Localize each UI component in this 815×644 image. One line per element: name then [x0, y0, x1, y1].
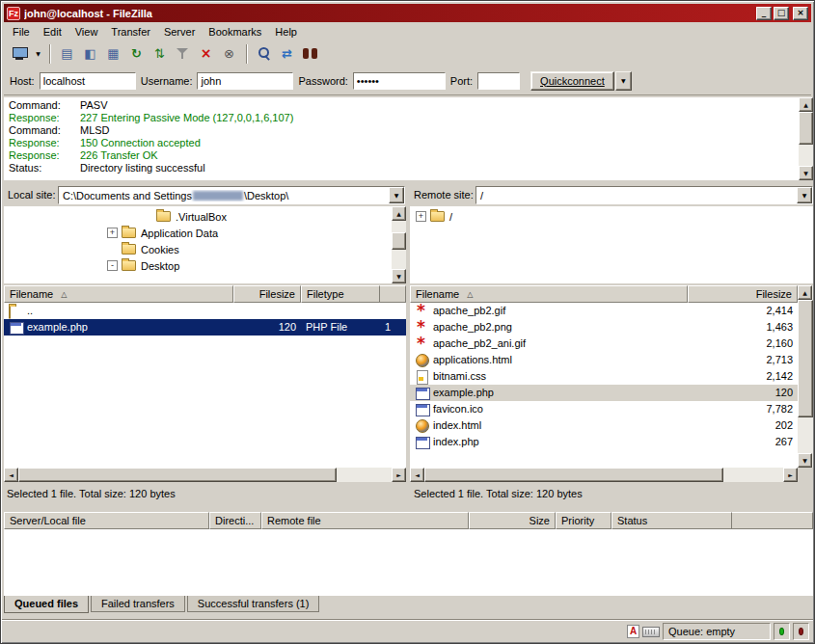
- scroll-down-button[interactable]: ▼: [798, 453, 812, 468]
- file-row[interactable]: bitnami.css2,142: [410, 368, 798, 385]
- tree-item[interactable]: +Application Data: [4, 225, 406, 241]
- column-header-filename[interactable]: Filename△: [410, 285, 688, 303]
- scroll-right-button[interactable]: ►: [783, 468, 798, 482]
- remote-list-hscrollbar[interactable]: ◄ ►: [410, 468, 798, 482]
- menu-edit[interactable]: Edit: [37, 24, 68, 40]
- titlebar[interactable]: Fz john@localhost - FileZilla _ □ ×: [4, 4, 811, 22]
- scroll-track[interactable]: [18, 468, 392, 482]
- toggle-tree-views-button[interactable]: ◧: [79, 43, 101, 65]
- directory-comparison-button[interactable]: [253, 43, 275, 65]
- column-header-priority[interactable]: Priority: [556, 512, 611, 529]
- parent-dir-row[interactable]: ..: [4, 303, 406, 319]
- maximize-button[interactable]: □: [774, 7, 789, 20]
- scroll-track[interactable]: [798, 300, 813, 453]
- transfer-type-icon[interactable]: A: [627, 625, 639, 638]
- toggle-log-button[interactable]: ▤: [56, 43, 78, 65]
- scroll-left-button[interactable]: ◄: [410, 468, 424, 482]
- expander-icon[interactable]: +: [416, 211, 426, 222]
- scroll-track[interactable]: [799, 112, 813, 166]
- expander-icon[interactable]: -: [107, 260, 118, 271]
- cancel-button[interactable]: ×: [195, 43, 217, 65]
- scroll-right-button[interactable]: ►: [392, 468, 406, 482]
- local-list-hscrollbar[interactable]: ◄ ►: [4, 468, 406, 482]
- username-input[interactable]: [197, 72, 293, 90]
- scroll-up-button[interactable]: ▲: [799, 97, 813, 112]
- menu-view[interactable]: View: [68, 24, 105, 40]
- log-label: Command:: [9, 124, 80, 137]
- scroll-thumb[interactable]: [799, 112, 813, 145]
- column-header-direction[interactable]: Directi...: [209, 512, 261, 529]
- tree-item[interactable]: +/: [410, 208, 813, 225]
- port-input[interactable]: [477, 72, 520, 90]
- remote-site-combobox[interactable]: / ▼: [475, 186, 813, 204]
- menu-help[interactable]: Help: [268, 24, 304, 40]
- menu-bookmarks[interactable]: Bookmarks: [202, 24, 268, 40]
- log-scrollbar[interactable]: ▲ ▼: [799, 97, 813, 180]
- minimize-button[interactable]: _: [756, 7, 772, 20]
- column-header-filesize[interactable]: Filesize: [688, 285, 798, 303]
- file-row[interactable]: apache_pb2.png1,463: [410, 319, 798, 335]
- column-header-filetype[interactable]: Filetype: [301, 285, 380, 303]
- file-row[interactable]: index.html202: [410, 417, 798, 434]
- log-line: Command:MLSD: [9, 124, 799, 137]
- site-manager-button[interactable]: [9, 43, 31, 65]
- disconnect-button[interactable]: ⊗: [218, 43, 240, 65]
- scroll-thumb[interactable]: [18, 468, 337, 482]
- find-files-button[interactable]: [299, 43, 321, 65]
- tree-item[interactable]: Cookies: [4, 241, 406, 257]
- expander-icon[interactable]: +: [107, 228, 118, 238]
- scroll-thumb[interactable]: [798, 300, 813, 417]
- combo-dropdown-button[interactable]: ▼: [389, 187, 404, 203]
- local-tree-scrollbar[interactable]: ▲ ▼: [392, 206, 406, 283]
- column-header-remote-file[interactable]: Remote file: [261, 512, 469, 529]
- refresh-button[interactable]: ↻: [125, 43, 148, 65]
- tab-successful-transfers[interactable]: Successful transfers (1): [187, 596, 320, 612]
- quickconnect-dropdown-button[interactable]: ▼: [615, 71, 632, 91]
- queue-list[interactable]: [4, 529, 813, 596]
- process-queue-button[interactable]: ⇅: [149, 43, 171, 65]
- remote-list-vscrollbar[interactable]: ▲ ▼: [798, 285, 813, 468]
- column-header-filesize[interactable]: Filesize: [233, 285, 301, 303]
- file-row-selected[interactable]: example.php120: [410, 385, 798, 401]
- scroll-down-button[interactable]: ▼: [799, 166, 813, 180]
- combo-dropdown-button[interactable]: ▼: [797, 187, 812, 203]
- scroll-track[interactable]: [424, 468, 783, 482]
- column-header-size[interactable]: Size: [469, 512, 556, 529]
- scroll-thumb[interactable]: [424, 468, 723, 482]
- close-button[interactable]: ×: [793, 7, 808, 20]
- toggle-queue-button[interactable]: ▦: [102, 43, 124, 65]
- scroll-left-button[interactable]: ◄: [4, 468, 18, 482]
- column-header-server-local-file[interactable]: Server/Local file: [4, 512, 209, 529]
- scroll-up-button[interactable]: ▲: [798, 285, 812, 300]
- host-input[interactable]: [40, 72, 136, 90]
- site-manager-dropdown-button[interactable]: ▼: [32, 43, 44, 65]
- scroll-track[interactable]: [392, 221, 406, 269]
- column-header-status[interactable]: Status: [611, 512, 732, 529]
- folder-icon: [122, 260, 136, 271]
- file-row[interactable]: applications.html2,713: [410, 352, 798, 368]
- filter-button[interactable]: [172, 43, 194, 65]
- tab-queued-files[interactable]: Queued files: [4, 596, 89, 613]
- file-row[interactable]: index.php267: [410, 434, 798, 450]
- synchronized-browsing-button[interactable]: ⇄: [276, 43, 298, 65]
- keyboard-icon[interactable]: [642, 627, 660, 637]
- file-row[interactable]: favicon.ico7,782: [410, 401, 798, 417]
- tree-item[interactable]: -Desktop: [4, 257, 406, 274]
- file-row[interactable]: apache_pb2.gif2,414: [410, 303, 798, 319]
- password-input[interactable]: [353, 72, 446, 90]
- local-site-combobox[interactable]: C:\Documents and Settings\Desktop\ ▼: [58, 186, 405, 204]
- file-row-selected[interactable]: example.php 120 PHP File 1: [4, 319, 406, 335]
- scroll-up-button[interactable]: ▲: [392, 206, 406, 221]
- menu-transfer[interactable]: Transfer: [104, 24, 157, 40]
- scroll-down-button[interactable]: ▼: [392, 269, 406, 283]
- toolbar-separator: [49, 44, 51, 64]
- column-header-filename[interactable]: Filename△: [4, 285, 233, 303]
- menu-file[interactable]: File: [6, 24, 37, 40]
- file-row[interactable]: apache_pb2_ani.gif2,160: [410, 335, 798, 352]
- quickconnect-button[interactable]: Quickconnect: [530, 71, 614, 91]
- column-header-clipped[interactable]: [380, 285, 406, 303]
- tree-item[interactable]: .VirtualBox: [4, 208, 406, 225]
- tab-failed-transfers[interactable]: Failed transfers: [91, 596, 185, 612]
- menu-server[interactable]: Server: [157, 24, 202, 40]
- scroll-thumb[interactable]: [392, 232, 406, 250]
